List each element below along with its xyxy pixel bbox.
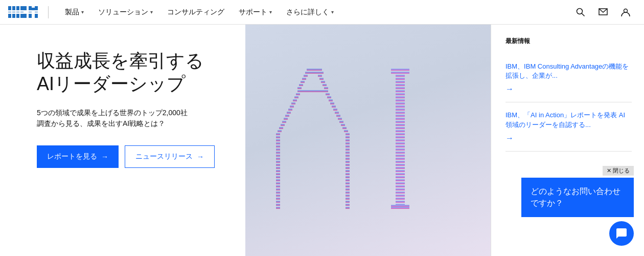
news-header: 最新情報 <box>505 37 632 46</box>
svg-rect-38 <box>293 99 297 101</box>
svg-rect-51 <box>338 118 342 120</box>
svg-line-18 <box>582 13 585 16</box>
svg-rect-108 <box>276 207 280 209</box>
svg-rect-75 <box>346 155 350 157</box>
search-button[interactable] <box>570 2 591 23</box>
svg-rect-67 <box>346 142 350 144</box>
svg-rect-101 <box>346 195 350 197</box>
svg-rect-133 <box>396 139 405 141</box>
svg-rect-40 <box>291 102 295 104</box>
svg-rect-81 <box>346 164 350 166</box>
svg-rect-46 <box>287 112 291 114</box>
svg-rect-90 <box>276 179 280 181</box>
svg-rect-121 <box>396 102 405 104</box>
svg-rect-64 <box>276 139 280 141</box>
svg-rect-126 <box>396 118 405 120</box>
svg-rect-92 <box>276 182 280 184</box>
svg-rect-3 <box>8 12 15 14</box>
news-arrow-1[interactable]: → <box>505 84 514 93</box>
svg-rect-11 <box>20 12 27 14</box>
svg-rect-151 <box>396 195 405 197</box>
svg-rect-110 <box>391 69 409 71</box>
svg-rect-35 <box>326 93 330 95</box>
svg-rect-144 <box>396 173 405 175</box>
svg-rect-43 <box>332 105 336 108</box>
svg-rect-82 <box>276 167 280 169</box>
svg-rect-73 <box>346 152 350 154</box>
svg-rect-47 <box>335 112 339 114</box>
svg-rect-85 <box>346 170 350 172</box>
chat-close-button[interactable]: ✕ 閉じる <box>603 166 634 176</box>
chat-bubble[interactable]: どのようなお問い合わせですか？ <box>521 178 634 217</box>
nav-item-solutions[interactable]: ソリューション ▾ <box>92 0 159 25</box>
svg-rect-139 <box>396 158 405 160</box>
svg-rect-115 <box>396 84 405 86</box>
svg-rect-68 <box>276 145 280 147</box>
hero-section: 収益成長を牽引するAIリーダーシップ 5つの領域で成果を上げる世界のトップ2,0… <box>0 25 245 256</box>
nav-item-support[interactable]: サポート ▾ <box>233 0 278 25</box>
svg-rect-118 <box>396 93 405 95</box>
svg-rect-147 <box>396 182 405 184</box>
svg-rect-106 <box>276 204 280 206</box>
navbar-divider <box>48 6 49 18</box>
news-item-1: IBM、IBM Consulting Advantageの機能を拡張し、企業が.… <box>505 54 632 102</box>
svg-rect-26 <box>319 78 324 80</box>
svg-rect-132 <box>396 136 405 138</box>
svg-rect-152 <box>396 198 405 200</box>
chevron-down-icon: ▾ <box>150 9 153 15</box>
svg-rect-150 <box>396 191 405 194</box>
svg-rect-102 <box>276 198 280 200</box>
svg-rect-2 <box>8 10 15 12</box>
svg-rect-138 <box>396 155 405 157</box>
news-release-button[interactable]: ニュースリリース → <box>125 145 215 168</box>
news-link-2[interactable]: IBM、「AI in Action」レポートを発表 AI領域のリーダーを自認する… <box>505 111 632 129</box>
svg-rect-52 <box>282 121 286 123</box>
svg-rect-31 <box>297 87 302 89</box>
svg-rect-4 <box>16 6 19 18</box>
nav-item-products[interactable]: 製品 ▾ <box>59 0 90 25</box>
news-arrow-2[interactable]: → <box>505 134 514 142</box>
svg-rect-103 <box>346 198 350 200</box>
svg-rect-50 <box>284 118 288 120</box>
svg-rect-66 <box>276 142 280 144</box>
user-button[interactable] <box>615 2 636 23</box>
svg-rect-78 <box>276 161 280 163</box>
svg-rect-120 <box>396 99 405 101</box>
svg-rect-48 <box>285 115 289 117</box>
svg-rect-6 <box>16 12 19 14</box>
svg-rect-97 <box>346 188 350 190</box>
message-button[interactable] <box>593 2 613 23</box>
svg-rect-107 <box>346 204 350 206</box>
svg-rect-74 <box>276 155 280 157</box>
svg-rect-22 <box>305 72 324 74</box>
nav-item-consulting[interactable]: コンサルティング <box>161 0 231 25</box>
svg-rect-60 <box>276 133 280 135</box>
svg-rect-83 <box>346 167 350 169</box>
report-button[interactable]: レポートを見る → <box>37 145 119 168</box>
ibm-logo[interactable] <box>8 6 38 18</box>
svg-rect-123 <box>396 109 405 111</box>
svg-rect-30 <box>323 84 327 86</box>
svg-rect-57 <box>342 127 347 129</box>
svg-rect-44 <box>288 109 292 111</box>
svg-rect-117 <box>396 90 405 92</box>
svg-rect-148 <box>396 185 405 187</box>
svg-rect-10 <box>20 10 27 12</box>
svg-rect-122 <box>396 105 405 108</box>
svg-rect-25 <box>302 78 306 80</box>
chevron-down-icon: ▾ <box>269 9 272 15</box>
chat-close-bar: ✕ 閉じる <box>521 166 634 176</box>
chat-circle-button[interactable] <box>609 221 634 246</box>
news-link-1[interactable]: IBM、IBM Consulting Advantageの機能を拡張し、企業が.… <box>505 62 632 80</box>
nav-item-more[interactable]: さらに詳しく ▾ <box>280 0 340 25</box>
svg-rect-56 <box>279 127 283 129</box>
svg-rect-63 <box>346 136 350 138</box>
svg-rect-23 <box>304 75 308 77</box>
arrow-icon: → <box>101 153 108 161</box>
svg-rect-69 <box>346 145 350 147</box>
ai-visual <box>245 25 491 256</box>
svg-rect-24 <box>318 75 322 77</box>
svg-rect-104 <box>276 201 280 203</box>
svg-rect-54 <box>281 124 285 126</box>
svg-rect-143 <box>396 170 405 172</box>
